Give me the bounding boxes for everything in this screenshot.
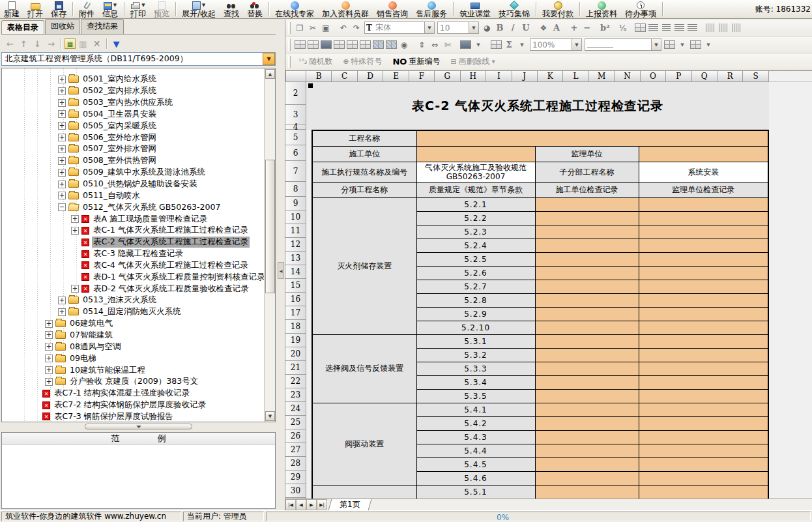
sidebar-tab-0[interactable]: 表格目录 — [1, 20, 44, 34]
tree-scrollbar[interactable]: ▲ ▼ — [264, 68, 275, 422]
row-header-12[interactable]: 12 — [285, 238, 306, 252]
supervisor-check-cell[interactable] — [639, 471, 768, 485]
split-column-icon[interactable] — [358, 38, 371, 51]
column-header-P[interactable]: P — [666, 71, 691, 82]
builder-check-cell[interactable] — [535, 403, 639, 416]
tree-item[interactable]: +0503_室内热水供应系统 — [2, 97, 275, 109]
fraction-icon[interactable]: ⅟ₐ — [616, 22, 630, 35]
row-header-17[interactable]: 17 — [285, 306, 306, 320]
border-color-caret[interactable]: ▼ — [676, 38, 689, 51]
tree-item-label[interactable]: 0508_室外供热管网 — [81, 155, 158, 166]
tree-expand-icon[interactable]: + — [58, 122, 66, 130]
tree-expand-icon[interactable]: + — [58, 110, 66, 118]
tree-expand-icon[interactable]: + — [58, 297, 66, 304]
column-header-O[interactable]: O — [641, 71, 666, 82]
column-header-G[interactable]: G — [435, 71, 460, 82]
supervisor-check-cell[interactable] — [639, 334, 768, 348]
toolbar-button-attachment[interactable]: 附件 — [75, 0, 98, 18]
row-header-5[interactable]: 5 — [285, 130, 306, 145]
toolbar-grip[interactable] — [288, 39, 291, 51]
new-table-icon[interactable]: ▦ — [65, 38, 76, 49]
tree-item-label[interactable]: 表C7-3 钢筋保护层厚度试验报告 — [53, 411, 175, 422]
supervisor-check-cell[interactable] — [639, 266, 768, 280]
row-header-7[interactable]: 7 — [285, 161, 306, 182]
toolbar-button-group[interactable]: 加入资料员群 — [318, 0, 373, 18]
toolbar-button-expand-collapse[interactable]: ▼展开/收起 — [178, 0, 220, 18]
insert-row-icon[interactable] — [345, 38, 358, 51]
dropdown-caret-icon[interactable]: ▼ — [113, 3, 117, 8]
zoom-select[interactable]: 100%▼ — [530, 38, 582, 51]
tree-item[interactable]: +09电梯 — [2, 353, 275, 364]
column-header-F[interactable]: F — [409, 71, 435, 82]
tree-item-label[interactable]: 0506_室外给水管网 — [81, 132, 158, 143]
supervisor-check-cell[interactable] — [639, 293, 768, 307]
row-header-25[interactable]: 25 — [285, 416, 306, 429]
supervisor-check-cell[interactable] — [639, 416, 768, 430]
toolbar-button-save[interactable]: 保存 — [47, 0, 70, 18]
column-header-Q[interactable]: Q — [692, 71, 718, 82]
builder-check-cell[interactable] — [535, 362, 639, 375]
vertical-text-center-icon[interactable] — [717, 22, 730, 35]
supervisor-check-cell[interactable] — [639, 321, 768, 334]
fill-pattern-icon[interactable] — [459, 38, 472, 51]
filter-icon[interactable]: ▼ — [110, 38, 123, 50]
tree-item-label[interactable]: 表C-4 气体灭火系统工程施工过程检查记录 — [92, 260, 250, 271]
supervisor-check-cell[interactable] — [639, 225, 768, 239]
align-justify-icon[interactable] — [686, 22, 699, 35]
ink-highlight-icon[interactable]: ❖ — [537, 22, 550, 35]
toolbar-button-classroom[interactable]: 筑业课堂 — [456, 0, 495, 18]
toolbar-button-tips[interactable]: 技巧集锦 — [495, 0, 534, 18]
row-header-4[interactable]: 4 — [285, 124, 306, 130]
supervisor-check-cell[interactable] — [639, 211, 768, 225]
builder-check-cell[interactable] — [535, 457, 639, 471]
chevron-down-icon[interactable]: ▼ — [469, 22, 478, 33]
sidebar-tab-1[interactable]: 回收站 — [45, 19, 80, 34]
tree-item-label[interactable]: 分户验收 京建质（2009）383号文 — [68, 376, 199, 387]
supervisor-check-cell[interactable] — [639, 348, 768, 362]
builder-check-cell[interactable] — [535, 348, 639, 362]
tree-item[interactable]: +0504_卫生器具安装 — [2, 109, 275, 121]
scroll-down-icon[interactable]: ▼ — [265, 411, 275, 421]
builder-check-cell[interactable] — [535, 334, 639, 348]
row-header-6[interactable]: 6 — [285, 145, 306, 161]
tree-expand-icon[interactable]: + — [45, 343, 53, 351]
tree-item[interactable]: 表C-3 隐藏工程检查记录 — [2, 248, 275, 260]
chevron-down-icon[interactable]: ▼ — [263, 53, 275, 65]
delete-icon[interactable]: ✕ — [91, 38, 103, 50]
supervisor-check-cell[interactable] — [639, 457, 768, 471]
tree-item-label[interactable]: 0502_室内排水系统 — [81, 85, 158, 96]
shade-cells-alt-icon[interactable] — [384, 38, 398, 51]
paste-icon[interactable]: ▣ — [319, 22, 332, 35]
italic-button[interactable]: / — [506, 22, 519, 35]
line-style-select[interactable]: ▼ — [585, 38, 661, 51]
align-right-icon[interactable] — [673, 22, 686, 35]
tree-item-label[interactable]: 表C7-2 结构实体钢筋保护层厚度验收记录 — [53, 399, 207, 411]
fill-none-icon[interactable] — [689, 38, 702, 51]
fill-none-caret[interactable]: ▼ — [702, 38, 715, 51]
underline-button[interactable]: U — [519, 22, 532, 35]
supervisor-check-cell[interactable] — [639, 239, 768, 252]
cut-icon[interactable]: ✂ — [306, 22, 319, 35]
tree-expand-icon[interactable]: + — [58, 99, 66, 107]
tree-item[interactable]: +0507_室外排水管网 — [2, 143, 275, 155]
align-frame-icon[interactable] — [634, 22, 647, 35]
builder-check-cell[interactable] — [535, 430, 639, 444]
tree-item-label[interactable]: 06建筑电气 — [68, 318, 114, 329]
row-header-10[interactable]: 10 — [285, 210, 306, 224]
row-header-14[interactable]: 14 — [285, 265, 306, 279]
builder-check-cell[interactable] — [535, 485, 639, 499]
tree-expand-icon[interactable]: + — [58, 87, 66, 95]
toolbar-button-sales[interactable]: 销售咨询 — [373, 0, 412, 18]
toolbar-button-find[interactable]: 查找 — [220, 0, 243, 18]
dropdown-caret-icon[interactable]: ▼ — [141, 3, 145, 8]
tree-item[interactable]: +10建筑节能保温工程 — [2, 364, 275, 376]
tree-item-label[interactable]: 表D-2 气体灭火系统工程质量验收检查记录 — [92, 283, 250, 295]
tree-item-label[interactable]: 0514_固定消防炮灭火系统 — [81, 306, 182, 317]
tree-item-label[interactable]: 表A 施工现场质量管理检查记录 — [92, 214, 209, 225]
supervisor-check-cell[interactable] — [639, 389, 768, 403]
toolbar-button-pay[interactable]: 我要付款 — [538, 0, 577, 18]
row-header-23[interactable]: 23 — [285, 388, 306, 402]
row-header-9[interactable]: 9 — [285, 197, 306, 210]
row-header-11[interactable]: 11 — [285, 224, 306, 238]
tree-item[interactable]: −0512_气体灭火系统 GB50263-2007 — [2, 201, 275, 213]
